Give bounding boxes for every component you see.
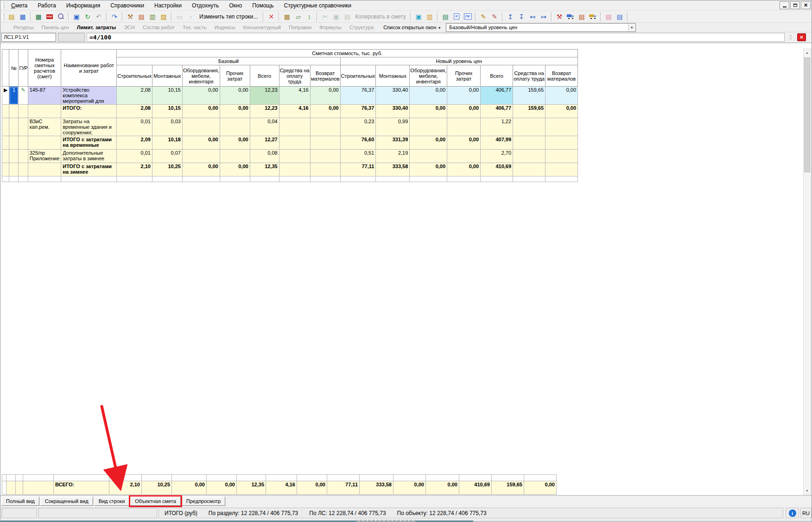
structure-blocks-icon[interactable]: ▫: [185, 12, 196, 22]
scrollbar-thumb[interactable]: [804, 57, 810, 172]
gur-cell[interactable]: [19, 150, 28, 163]
value-cell[interactable]: 0,07: [152, 150, 182, 163]
empty-cell[interactable]: [16, 475, 23, 481]
value-cell[interactable]: 0,08: [250, 150, 279, 163]
empty-cell[interactable]: [23, 475, 54, 481]
value-cell[interactable]: 76,37: [340, 105, 376, 118]
spinner-up-icon[interactable]: ▲: [789, 34, 792, 38]
value-cell[interactable]: 2,08: [117, 105, 152, 118]
book-gear-icon[interactable]: ▤: [440, 12, 450, 22]
value-cell[interactable]: 0,00: [447, 136, 481, 150]
row-marker-cell[interactable]: [2, 136, 9, 150]
value-cell[interactable]: 2,19: [376, 150, 410, 163]
value-cell[interactable]: 159,65: [492, 481, 524, 495]
value-cell[interactable]: 0,00: [410, 136, 447, 150]
value-cell[interactable]: 0,51: [340, 150, 376, 163]
value-cell[interactable]: 0,00: [410, 163, 447, 176]
row-number-cell[interactable]: [9, 136, 19, 150]
value-cell[interactable]: 12,35: [250, 163, 279, 176]
value-cell[interactable]: 4,16: [279, 87, 310, 105]
panel-tab-3[interactable]: Лимит. затраты: [77, 25, 116, 30]
panel-tab-4[interactable]: ЭСН: [124, 25, 135, 30]
cut-icon[interactable]: ✂: [320, 12, 330, 22]
empty-cell[interactable]: [220, 176, 250, 182]
value-cell[interactable]: [546, 136, 578, 150]
value-cell[interactable]: 0,01: [117, 150, 152, 163]
value-cell[interactable]: 333,58: [360, 481, 393, 495]
panel-tab-11[interactable]: Структура: [349, 25, 374, 30]
value-cell[interactable]: 10,15: [152, 105, 182, 118]
panel-tab-9[interactable]: Поправки: [289, 25, 311, 30]
row-marker-cell[interactable]: [2, 481, 6, 495]
empty-cell[interactable]: [19, 176, 28, 182]
empty-cell[interactable]: [61, 176, 117, 182]
empty-cell[interactable]: [109, 475, 142, 481]
empty-cell[interactable]: [426, 475, 459, 481]
calculator-icon[interactable]: ▦: [282, 12, 292, 22]
panel-tab-1[interactable]: Ресурсы: [13, 25, 33, 30]
value-cell[interactable]: 0,00: [182, 105, 220, 118]
value-cell[interactable]: 2,08: [117, 87, 152, 105]
value-cell[interactable]: 0,00: [410, 105, 447, 118]
shift-right-icon[interactable]: ↦: [539, 12, 549, 22]
name-cell[interactable]: ИТОГО с затратами на временные: [61, 136, 117, 150]
value-cell[interactable]: [513, 136, 546, 150]
value-cell[interactable]: 12,23: [250, 105, 279, 118]
value-cell[interactable]: 406,77: [481, 105, 513, 118]
value-cell[interactable]: 0,00: [393, 481, 426, 495]
value-cell[interactable]: 330,40: [376, 105, 410, 118]
excel-export-icon[interactable]: ▦: [33, 12, 44, 22]
formula-input[interactable]: =4/100: [87, 33, 785, 42]
code-cell[interactable]: [23, 481, 54, 495]
tree-report-icon[interactable]: ▤: [6, 12, 17, 22]
value-cell[interactable]: [513, 118, 546, 136]
value-cell[interactable]: 2,10: [109, 481, 142, 495]
empty-cell[interactable]: [447, 176, 481, 182]
value-cell[interactable]: [182, 118, 220, 136]
tree-insert-icon[interactable]: ▦: [18, 12, 28, 22]
value-cell[interactable]: [513, 163, 546, 176]
value-cell[interactable]: [182, 150, 220, 163]
panel-tab-7[interactable]: Индексы: [215, 25, 235, 30]
value-cell[interactable]: 0,00: [297, 481, 327, 495]
gur-cell[interactable]: [19, 105, 28, 118]
value-cell[interactable]: 0,00: [182, 87, 220, 105]
row-number-cell[interactable]: [9, 163, 19, 176]
toolbar-grip[interactable]: [2, 2, 4, 9]
view-tab-5[interactable]: Предпросмотр: [182, 497, 226, 506]
sort-rows-icon[interactable]: ↕: [304, 12, 314, 22]
cell-reference-box[interactable]: ЛС1.Р1.V1: [1, 33, 56, 42]
save-icon[interactable]: ▣: [71, 12, 82, 22]
value-cell[interactable]: 10,25: [142, 481, 172, 495]
empty-cell[interactable]: [152, 176, 182, 182]
panel-tab-2[interactable]: Панель цен: [41, 25, 69, 30]
row-marker-cell[interactable]: [2, 105, 9, 118]
value-cell[interactable]: [546, 150, 578, 163]
language-indicator[interactable]: RU: [800, 508, 812, 518]
value-cell[interactable]: 0,00: [182, 136, 220, 150]
works-hammer-icon[interactable]: ⚒: [554, 12, 565, 22]
value-cell[interactable]: 0,00: [310, 105, 340, 118]
value-cell[interactable]: 0,00: [220, 87, 250, 105]
row-number-cell[interactable]: [9, 105, 19, 118]
refresh-icon[interactable]: ↻: [82, 12, 93, 22]
insert-above-icon[interactable]: ↥: [505, 12, 515, 22]
value-cell[interactable]: 12,35: [237, 481, 266, 495]
tools-gear-icon[interactable]: ⚒: [125, 12, 135, 22]
row-number-cell[interactable]: [9, 118, 19, 136]
value-cell[interactable]: 76,37: [340, 87, 376, 105]
value-cell[interactable]: 0,00: [207, 481, 237, 495]
code-cell[interactable]: ВЗиС кап.рем.: [28, 118, 61, 136]
empty-cell[interactable]: [172, 475, 207, 481]
delete-row-icon[interactable]: ✕: [266, 12, 276, 22]
search-icon[interactable]: [56, 12, 66, 22]
value-cell[interactable]: [310, 150, 340, 163]
value-cell[interactable]: 0,00: [447, 87, 481, 105]
value-cell[interactable]: [220, 150, 250, 163]
value-cell[interactable]: [410, 150, 447, 163]
books-blue-icon[interactable]: ▤: [615, 12, 625, 22]
paste-icon[interactable]: ▤: [342, 12, 352, 22]
value-cell[interactable]: 0,00: [172, 481, 207, 495]
gur-cell[interactable]: [19, 163, 28, 176]
value-cell[interactable]: 0,00: [546, 87, 578, 105]
